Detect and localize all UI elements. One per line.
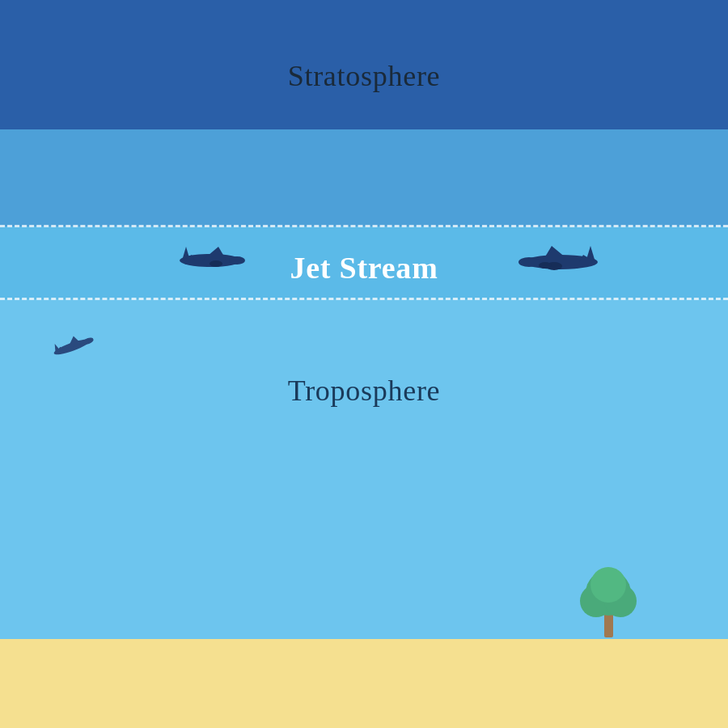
svg-marker-2: [202, 247, 226, 260]
svg-marker-8: [542, 246, 571, 262]
jet-stream-border-bottom: [0, 298, 728, 301]
svg-point-7: [518, 257, 540, 267]
troposphere-label: Troposphere: [0, 374, 728, 408]
ground-layer: [0, 639, 728, 728]
diagram: Stratosphere Jet Stream Troposphere: [0, 0, 728, 728]
stratosphere-label: Stratosphere: [0, 59, 728, 93]
jet-stream-label: Jet Stream: [0, 250, 728, 286]
tree: [578, 557, 639, 641]
upper-troposphere-layer: [0, 129, 728, 226]
airplane-jet-left: [174, 239, 247, 286]
svg-point-22: [590, 567, 626, 603]
airplane-jet-right: [516, 236, 605, 292]
svg-point-1: [229, 256, 245, 265]
svg-point-12: [539, 262, 552, 269]
svg-point-5: [210, 260, 222, 267]
jet-stream-border-top: [0, 225, 728, 228]
